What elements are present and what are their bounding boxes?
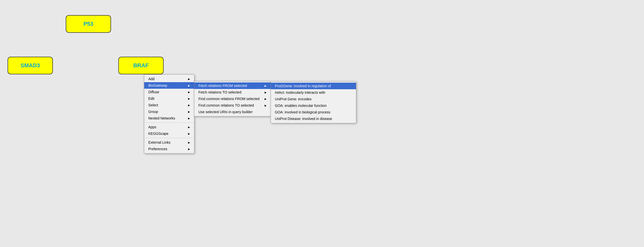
group-arrow: ▶ (188, 110, 190, 113)
menu-item-prot2gene[interactable]: Prot2Gene: involved in regulation of (271, 83, 356, 89)
find-common-to-label: Find common relations TO selected (198, 103, 254, 107)
group-label: Group (148, 110, 158, 114)
menu-item-intact[interactable]: IntAct: molecularly interacts with (271, 89, 356, 96)
add-label: Add (148, 77, 155, 81)
menu-item-external-links[interactable]: External Links ▶ (144, 139, 194, 146)
prot2gene-label: Prot2Gene: involved in regulation of (275, 84, 331, 88)
keggscape-arrow: ▶ (188, 132, 190, 135)
braf-node[interactable]: BRAF (118, 57, 164, 74)
preferences-arrow: ▶ (188, 148, 190, 150)
diffuse-label: Diffuse (148, 90, 159, 94)
intact-label: IntAct: molecularly interacts with (275, 90, 325, 95)
find-common-to-arrow: ▶ (265, 104, 267, 107)
menu-item-select[interactable]: Select ▶ (144, 102, 194, 108)
menu-item-find-common-to[interactable]: Find common relations TO selected ▶ (194, 102, 271, 109)
fetch-relations-submenu: Prot2Gene: involved in regulation of Int… (271, 81, 356, 123)
menu-item-find-common-from[interactable]: Find common relations FROM selected ▶ (194, 96, 271, 102)
fetch-to-arrow: ▶ (265, 91, 267, 94)
biogateway-submenu: Fetch relations FROM selected ▶ Prot2Gen… (194, 81, 271, 116)
p53-label: P53 (83, 21, 93, 27)
uniprot-disease-label: UniProt Disease: involved in disease (275, 117, 332, 121)
external-links-arrow: ▶ (188, 141, 190, 144)
smad3-node[interactable]: SMAD3 (8, 57, 53, 74)
menu-item-uniprot-disease[interactable]: UniProt Disease: involved in disease (271, 115, 356, 122)
biogateway-label: BioGateway (148, 83, 167, 87)
menu-item-edit[interactable]: Edit ▶ (144, 95, 194, 102)
menu-item-goa-molecular[interactable]: GOA: enables molecular function (271, 102, 356, 109)
fetch-from-arrow: ▶ (265, 84, 267, 87)
preferences-label: Preferences (148, 147, 167, 151)
uniprot-gene-label: UniProt Gene: encodes (275, 97, 312, 101)
diffuse-arrow: ▶ (188, 91, 190, 94)
nested-networks-arrow: ▶ (188, 117, 190, 120)
menu-item-uniprot-gene[interactable]: UniProt Gene: encodes (271, 96, 356, 102)
menu-item-fetch-to[interactable]: Fetch relations TO selected ▶ (194, 89, 271, 96)
goa-molecular-label: GOA: enables molecular function (275, 104, 327, 108)
p53-node[interactable]: P53 (66, 15, 111, 33)
menu-item-preferences[interactable]: Preferences ▶ (144, 146, 194, 152)
keggscape-label: KEGGScape (148, 132, 168, 136)
separator-2 (144, 138, 194, 138)
menu-item-keggscape[interactable]: KEGGScape ▶ (144, 130, 194, 137)
menu-item-nested-networks[interactable]: Nested Networks ▶ (144, 115, 194, 121)
network-canvas: P53 SMAD3 BRAF Add ▶ BioGateway ▶ Fetch … (0, 0, 644, 247)
biogateway-arrow: ▶ (188, 84, 190, 87)
nested-networks-label: Nested Networks (148, 116, 175, 120)
fetch-from-label: Fetch relations FROM selected (198, 84, 247, 88)
external-links-label: External Links (148, 140, 170, 144)
menu-item-group[interactable]: Group ▶ (144, 108, 194, 115)
menu-item-diffuse[interactable]: Diffuse ▶ (144, 89, 194, 95)
main-context-menu: Add ▶ BioGateway ▶ Fetch relations FROM … (144, 74, 194, 153)
find-common-from-arrow: ▶ (265, 98, 267, 100)
select-arrow: ▶ (188, 104, 190, 107)
menu-item-biogateway[interactable]: BioGateway ▶ Fetch relations FROM select… (144, 82, 194, 89)
add-arrow: ▶ (188, 78, 190, 80)
smad3-label: SMAD3 (20, 62, 40, 69)
edit-arrow: ▶ (188, 97, 190, 100)
apps-label: Apps (148, 125, 156, 129)
goa-biological-label: GOA: involved in biological process (275, 110, 330, 114)
menu-item-fetch-from[interactable]: Fetch relations FROM selected ▶ Prot2Gen… (194, 82, 271, 89)
fetch-to-label: Fetch relations TO selected (198, 90, 241, 94)
menu-item-goa-biological[interactable]: GOA: involved in biological process (271, 109, 356, 115)
menu-item-apps[interactable]: Apps ▶ (144, 124, 194, 130)
edit-label: Edit (148, 97, 154, 101)
find-common-from-label: Find common relations FROM selected (198, 97, 260, 101)
apps-arrow: ▶ (188, 126, 190, 129)
separator-1 (144, 122, 194, 123)
menu-item-add[interactable]: Add ▶ (144, 76, 194, 82)
use-uris-label: Use selected URIs in query builder (198, 110, 253, 114)
menu-item-use-uris[interactable]: Use selected URIs in query builder (194, 109, 271, 115)
braf-label: BRAF (133, 62, 149, 69)
select-label: Select (148, 103, 158, 107)
